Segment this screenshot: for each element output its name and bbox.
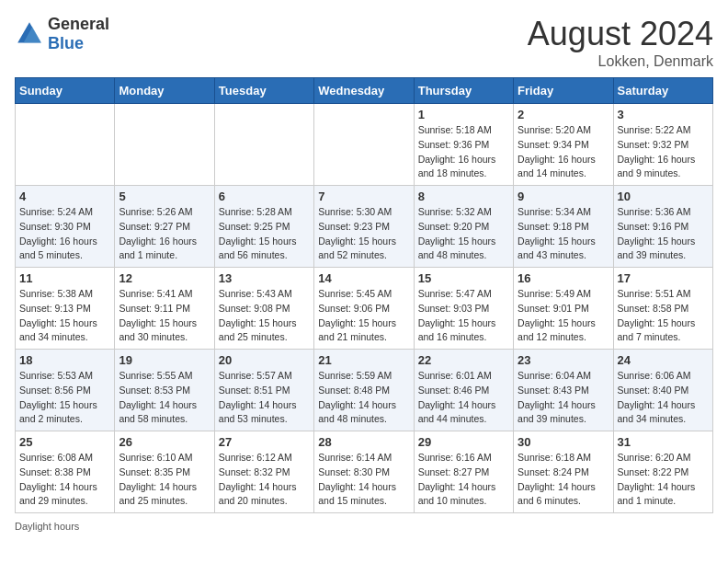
- calendar-day-3: 3Sunrise: 5:22 AMSunset: 9:32 PMDaylight…: [613, 104, 712, 186]
- footer: Daylight hours: [15, 521, 713, 532]
- day-number: 18: [19, 353, 110, 367]
- day-number: 31: [618, 435, 709, 449]
- calendar-day-16: 16Sunrise: 5:49 AMSunset: 9:01 PMDayligh…: [514, 268, 613, 350]
- calendar-day-11: 11Sunrise: 5:38 AMSunset: 9:13 PMDayligh…: [16, 268, 115, 350]
- day-info: Sunrise: 5:47 AMSunset: 9:03 PMDaylight:…: [418, 287, 509, 345]
- day-number: 20: [219, 353, 310, 367]
- day-info: Sunrise: 5:45 AMSunset: 9:06 PMDaylight:…: [318, 287, 409, 345]
- calendar-day-25: 25Sunrise: 6:08 AMSunset: 8:38 PMDayligh…: [16, 431, 115, 513]
- calendar-day-18: 18Sunrise: 5:53 AMSunset: 8:56 PMDayligh…: [16, 350, 115, 431]
- calendar-day-4: 4Sunrise: 5:24 AMSunset: 9:30 PMDaylight…: [16, 186, 115, 268]
- day-number: 6: [219, 190, 310, 203]
- calendar-day-21: 21Sunrise: 5:59 AMSunset: 8:48 PMDayligh…: [314, 350, 414, 431]
- day-info: Sunrise: 6:16 AMSunset: 8:27 PMDaylight:…: [418, 451, 509, 509]
- day-number: 11: [19, 271, 110, 285]
- day-info: Sunrise: 5:26 AMSunset: 9:27 PMDaylight:…: [119, 205, 210, 263]
- calendar-day-13: 13Sunrise: 5:43 AMSunset: 9:08 PMDayligh…: [214, 268, 313, 350]
- day-info: Sunrise: 5:49 AMSunset: 9:01 PMDaylight:…: [518, 287, 609, 345]
- day-number: 19: [119, 353, 210, 367]
- day-number: 24: [618, 353, 709, 367]
- day-number: 22: [418, 353, 509, 367]
- column-header-tuesday: Tuesday: [214, 78, 313, 104]
- day-info: Sunrise: 5:36 AMSunset: 9:16 PMDaylight:…: [618, 205, 709, 263]
- day-info: Sunrise: 5:18 AMSunset: 9:36 PMDaylight:…: [418, 123, 509, 181]
- day-number: 5: [119, 190, 210, 203]
- logo: General Blue: [15, 15, 109, 53]
- calendar-day-19: 19Sunrise: 5:55 AMSunset: 8:53 PMDayligh…: [115, 350, 214, 431]
- day-info: Sunrise: 5:38 AMSunset: 9:13 PMDaylight:…: [19, 287, 110, 345]
- calendar-day-20: 20Sunrise: 5:57 AMSunset: 8:51 PMDayligh…: [214, 350, 313, 431]
- calendar-week-1: 1Sunrise: 5:18 AMSunset: 9:36 PMDaylight…: [16, 104, 713, 186]
- day-info: Sunrise: 5:34 AMSunset: 9:18 PMDaylight:…: [518, 205, 609, 263]
- page-header: General Blue August 2024 Lokken, Denmark: [15, 15, 713, 70]
- day-info: Sunrise: 5:22 AMSunset: 9:32 PMDaylight:…: [618, 123, 709, 181]
- day-number: 8: [418, 190, 509, 203]
- calendar-day-12: 12Sunrise: 5:41 AMSunset: 9:11 PMDayligh…: [115, 268, 214, 350]
- logo-text-blue: Blue: [48, 34, 84, 52]
- calendar-day-8: 8Sunrise: 5:32 AMSunset: 9:20 PMDaylight…: [414, 186, 513, 268]
- calendar-day-23: 23Sunrise: 6:04 AMSunset: 8:43 PMDayligh…: [514, 350, 613, 431]
- day-info: Sunrise: 6:18 AMSunset: 8:24 PMDaylight:…: [518, 451, 609, 509]
- day-info: Sunrise: 5:24 AMSunset: 9:30 PMDaylight:…: [19, 205, 110, 263]
- logo-text-general: General: [48, 15, 109, 33]
- day-number: 13: [219, 271, 310, 285]
- day-info: Sunrise: 5:59 AMSunset: 8:48 PMDaylight:…: [318, 369, 409, 427]
- day-number: 3: [618, 108, 709, 121]
- calendar-day-7: 7Sunrise: 5:30 AMSunset: 9:23 PMDaylight…: [314, 186, 414, 268]
- calendar-day-31: 31Sunrise: 6:20 AMSunset: 8:22 PMDayligh…: [613, 431, 712, 513]
- day-info: Sunrise: 5:43 AMSunset: 9:08 PMDaylight:…: [219, 287, 310, 345]
- daylight-label: Daylight hours: [15, 521, 79, 532]
- day-info: Sunrise: 6:14 AMSunset: 8:30 PMDaylight:…: [318, 451, 409, 509]
- month-year: August 2024: [528, 15, 713, 53]
- day-info: Sunrise: 5:55 AMSunset: 8:53 PMDaylight:…: [119, 369, 210, 427]
- day-info: Sunrise: 5:53 AMSunset: 8:56 PMDaylight:…: [19, 369, 110, 427]
- calendar-empty: [16, 104, 115, 186]
- calendar-day-5: 5Sunrise: 5:26 AMSunset: 9:27 PMDaylight…: [115, 186, 214, 268]
- day-number: 17: [618, 271, 709, 285]
- day-number: 21: [318, 353, 409, 367]
- calendar-day-28: 28Sunrise: 6:14 AMSunset: 8:30 PMDayligh…: [314, 431, 414, 513]
- day-info: Sunrise: 5:28 AMSunset: 9:25 PMDaylight:…: [219, 205, 310, 263]
- day-number: 23: [518, 353, 609, 367]
- column-header-saturday: Saturday: [613, 78, 712, 104]
- day-number: 10: [618, 190, 709, 203]
- day-info: Sunrise: 6:08 AMSunset: 8:38 PMDaylight:…: [19, 451, 110, 509]
- calendar-day-27: 27Sunrise: 6:12 AMSunset: 8:32 PMDayligh…: [214, 431, 313, 513]
- day-info: Sunrise: 6:12 AMSunset: 8:32 PMDaylight:…: [219, 451, 310, 509]
- day-number: 16: [518, 271, 609, 285]
- day-number: 7: [318, 190, 409, 203]
- day-number: 1: [418, 108, 509, 121]
- column-header-friday: Friday: [514, 78, 613, 104]
- day-info: Sunrise: 5:41 AMSunset: 9:11 PMDaylight:…: [119, 287, 210, 345]
- calendar-week-3: 11Sunrise: 5:38 AMSunset: 9:13 PMDayligh…: [16, 268, 713, 350]
- day-info: Sunrise: 5:32 AMSunset: 9:20 PMDaylight:…: [418, 205, 509, 263]
- day-number: 14: [318, 271, 409, 285]
- day-number: 2: [518, 108, 609, 121]
- calendar-day-17: 17Sunrise: 5:51 AMSunset: 8:58 PMDayligh…: [613, 268, 712, 350]
- calendar-header-row: SundayMondayTuesdayWednesdayThursdayFrid…: [16, 78, 713, 104]
- column-header-thursday: Thursday: [414, 78, 513, 104]
- day-number: 26: [119, 435, 210, 449]
- calendar-day-15: 15Sunrise: 5:47 AMSunset: 9:03 PMDayligh…: [414, 268, 513, 350]
- day-info: Sunrise: 6:06 AMSunset: 8:40 PMDaylight:…: [618, 369, 709, 427]
- calendar-day-26: 26Sunrise: 6:10 AMSunset: 8:35 PMDayligh…: [115, 431, 214, 513]
- calendar-day-10: 10Sunrise: 5:36 AMSunset: 9:16 PMDayligh…: [613, 186, 712, 268]
- calendar-empty: [314, 104, 414, 186]
- calendar-day-2: 2Sunrise: 5:20 AMSunset: 9:34 PMDaylight…: [514, 104, 613, 186]
- day-info: Sunrise: 6:20 AMSunset: 8:22 PMDaylight:…: [618, 451, 709, 509]
- calendar-week-5: 25Sunrise: 6:08 AMSunset: 8:38 PMDayligh…: [16, 431, 713, 513]
- day-info: Sunrise: 6:01 AMSunset: 8:46 PMDaylight:…: [418, 369, 509, 427]
- calendar-day-14: 14Sunrise: 5:45 AMSunset: 9:06 PMDayligh…: [314, 268, 414, 350]
- calendar-day-1: 1Sunrise: 5:18 AMSunset: 9:36 PMDaylight…: [414, 104, 513, 186]
- day-info: Sunrise: 6:04 AMSunset: 8:43 PMDaylight:…: [518, 369, 609, 427]
- calendar-day-6: 6Sunrise: 5:28 AMSunset: 9:25 PMDaylight…: [214, 186, 313, 268]
- day-number: 15: [418, 271, 509, 285]
- day-number: 29: [418, 435, 509, 449]
- day-info: Sunrise: 5:51 AMSunset: 8:58 PMDaylight:…: [618, 287, 709, 345]
- calendar-day-9: 9Sunrise: 5:34 AMSunset: 9:18 PMDaylight…: [514, 186, 613, 268]
- day-info: Sunrise: 5:20 AMSunset: 9:34 PMDaylight:…: [518, 123, 609, 181]
- day-number: 12: [119, 271, 210, 285]
- day-number: 28: [318, 435, 409, 449]
- calendar-day-22: 22Sunrise: 6:01 AMSunset: 8:46 PMDayligh…: [414, 350, 513, 431]
- day-number: 9: [518, 190, 609, 203]
